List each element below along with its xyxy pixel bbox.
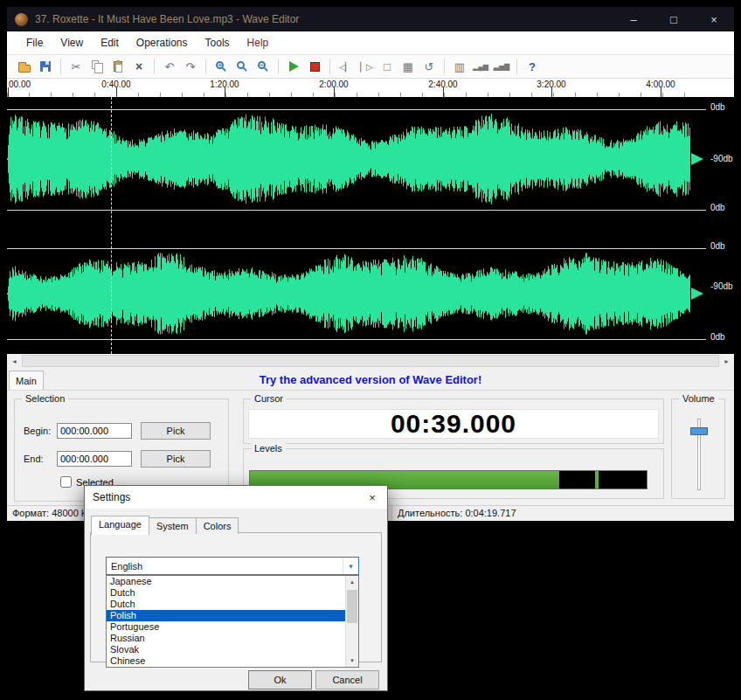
play-to-start-button[interactable]: ◁▏ bbox=[335, 57, 356, 76]
horizontal-scrollbar[interactable]: ◂ ▸ bbox=[7, 354, 734, 368]
minus-sign: − bbox=[260, 62, 264, 69]
zoom-out-button[interactable]: − bbox=[253, 57, 274, 76]
paste-button[interactable] bbox=[107, 57, 128, 76]
list-item-selected[interactable]: Polish bbox=[107, 610, 345, 621]
scrollbar-thumb[interactable] bbox=[22, 355, 719, 367]
language-dropdown-list: Japanese Dutch Dutch Polish Portuguese R… bbox=[106, 575, 359, 668]
copy-button[interactable] bbox=[87, 57, 107, 76]
settings-title: Settings bbox=[93, 491, 130, 503]
wave-editor-window: 37. Roxette - It Must Have Been Love.mp3… bbox=[7, 7, 734, 521]
timeline-label: 3:20.00 bbox=[528, 80, 575, 89]
tab-system[interactable]: System bbox=[149, 517, 197, 534]
timeline-tick: 4:00.00 bbox=[661, 79, 661, 97]
language-combobox[interactable]: English ▾ bbox=[106, 557, 359, 575]
menu-view[interactable]: View bbox=[52, 33, 92, 52]
save-floppy-icon bbox=[40, 61, 51, 72]
tab-colors[interactable]: Colors bbox=[197, 517, 239, 534]
tab-language[interactable]: Language bbox=[91, 516, 149, 535]
list-item[interactable]: Chinese bbox=[107, 655, 345, 667]
chevron-down-icon[interactable]: ▾ bbox=[343, 558, 358, 574]
scroll-left-arrow-icon[interactable]: ◂ bbox=[7, 354, 22, 368]
selected-checkbox[interactable] bbox=[60, 476, 72, 488]
window-controls: – □ × bbox=[613, 7, 734, 31]
list-item[interactable]: Japanese bbox=[107, 576, 345, 587]
list-item[interactable]: Dutch bbox=[107, 599, 345, 610]
statistics2-button[interactable]: ▃▅▇ bbox=[491, 57, 512, 76]
toolbar-separator bbox=[278, 59, 279, 74]
db-label: 0db bbox=[710, 332, 725, 342]
bar-chart-icon: ▂▄▆ bbox=[473, 63, 488, 71]
delete-button[interactable]: × bbox=[128, 57, 149, 76]
menu-operations[interactable]: Operations bbox=[128, 33, 197, 52]
timeline-ruler[interactable]: 00.00 0:40.00 1:20.00 2:00.00 2:40.00 3:… bbox=[7, 79, 706, 97]
dropdown-scrollbar[interactable]: ▴ ▾ bbox=[345, 576, 358, 667]
statistics-button[interactable]: ▂▄▆ bbox=[470, 57, 491, 76]
scroll-right-arrow-icon[interactable]: ▸ bbox=[719, 354, 734, 368]
menu-file[interactable]: File bbox=[17, 33, 52, 52]
open-button[interactable] bbox=[14, 57, 35, 76]
settings-title-bar: Settings × bbox=[85, 486, 387, 509]
toolbar-separator bbox=[205, 59, 206, 74]
select-region-button[interactable]: □ bbox=[377, 57, 398, 76]
pick-end-button[interactable]: Pick bbox=[141, 450, 211, 468]
save-button[interactable] bbox=[35, 57, 56, 76]
toolbar: ✂ × ↶ ↷ + − ◁▏ ▏▷ □ ▦ ↺ ▥ ▂▄▆ ▃▅▇ ? bbox=[7, 54, 734, 79]
close-button[interactable]: × bbox=[694, 7, 734, 31]
levels-group-title: Levels bbox=[251, 443, 286, 454]
list-item[interactable]: Slovak bbox=[107, 644, 345, 655]
menu-tools[interactable]: Tools bbox=[197, 33, 239, 52]
list-item[interactable]: Portuguese bbox=[107, 621, 345, 633]
grid-view-button[interactable]: ▦ bbox=[398, 57, 419, 76]
list-item[interactable]: Dutch bbox=[107, 587, 345, 599]
cursor-group-title: Cursor bbox=[251, 393, 287, 404]
play-button[interactable] bbox=[283, 57, 304, 76]
settings-close-button[interactable]: × bbox=[357, 486, 387, 509]
redo-button[interactable]: ↷ bbox=[180, 57, 201, 76]
db-label: 0db bbox=[710, 102, 725, 112]
pick-begin-button[interactable]: Pick bbox=[141, 422, 211, 440]
selection-group-title: Selection bbox=[22, 393, 68, 404]
status-divider bbox=[391, 507, 392, 520]
waveform-canvas[interactable] bbox=[7, 97, 706, 354]
db-label: -90db bbox=[710, 154, 733, 163]
volume-slider-thumb[interactable] bbox=[690, 427, 708, 435]
list-item[interactable]: Russian bbox=[107, 633, 345, 644]
scroll-down-arrow-icon[interactable]: ▾ bbox=[346, 655, 358, 667]
undo-button[interactable]: ↶ bbox=[159, 57, 180, 76]
timeline-tick: 0:40.00 bbox=[116, 79, 117, 97]
undo-arrow-icon: ↶ bbox=[165, 60, 175, 73]
cut-scissors-icon: ✂ bbox=[72, 60, 81, 73]
dropdown-scrollbar-thumb[interactable] bbox=[347, 590, 357, 623]
loop-button[interactable]: ↺ bbox=[419, 57, 440, 76]
stop-button[interactable] bbox=[304, 57, 325, 76]
play-triangle-icon bbox=[289, 61, 299, 72]
ok-button[interactable]: Ok bbox=[248, 670, 312, 690]
copy-icon bbox=[92, 60, 99, 69]
cursor-time-display: 00:39.000 bbox=[248, 409, 659, 439]
promo-link[interactable]: Try the advanced version of Wave Editor! bbox=[7, 373, 734, 386]
cut-button[interactable]: ✂ bbox=[66, 57, 87, 76]
timeline-label: 2:00.00 bbox=[310, 80, 357, 89]
minimize-button[interactable]: – bbox=[613, 7, 654, 31]
end-input[interactable] bbox=[57, 451, 132, 467]
timeline-label: 00.00 bbox=[9, 80, 56, 89]
spectrum-button[interactable]: ▥ bbox=[449, 57, 470, 76]
play-to-end-button[interactable]: ▏▷ bbox=[356, 57, 377, 76]
help-button[interactable]: ? bbox=[522, 57, 543, 76]
cancel-button[interactable]: Cancel bbox=[315, 670, 379, 690]
begin-label: Begin: bbox=[24, 426, 51, 436]
settings-tabs: Language System Colors bbox=[91, 516, 239, 534]
open-folder-icon bbox=[18, 65, 31, 73]
db-label: 0db bbox=[710, 241, 725, 251]
waveform-display[interactable]: 0db -90db 0db 0db -90db 0db bbox=[7, 97, 734, 354]
zoom-reset-button[interactable] bbox=[232, 57, 253, 76]
bar-chart2-icon: ▃▅▇ bbox=[494, 63, 509, 71]
maximize-button[interactable]: □ bbox=[654, 7, 694, 31]
zoom-in-button[interactable]: + bbox=[211, 57, 232, 76]
begin-input[interactable] bbox=[57, 423, 132, 439]
scroll-up-arrow-icon[interactable]: ▴ bbox=[346, 576, 358, 588]
menu-edit[interactable]: Edit bbox=[92, 33, 128, 52]
timeline-label: 1:20.00 bbox=[201, 80, 248, 89]
menu-help[interactable]: Help bbox=[239, 33, 278, 52]
timeline-tick: 2:40.00 bbox=[443, 79, 444, 97]
